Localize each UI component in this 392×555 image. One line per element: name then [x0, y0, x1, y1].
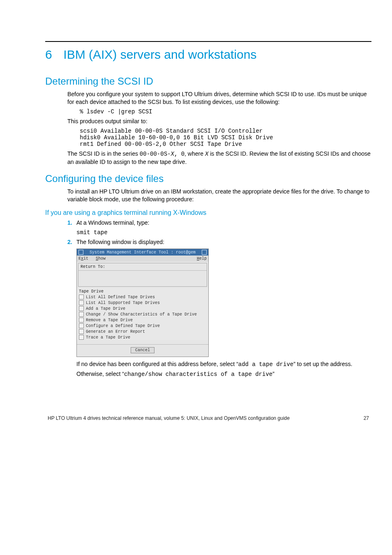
- smit-button-row: Cancel: [77, 344, 208, 357]
- window-menu-icon[interactable]: [78, 250, 83, 255]
- section-determining-scsi-id: Determining the SCSI ID: [45, 76, 371, 87]
- smit-item-5-label: Configure a Defined Tape Drive: [86, 324, 160, 328]
- s2-p1: To install an HP LTO Ultrium drive on an…: [67, 188, 371, 203]
- smit-item-4-label: Remove a Tape Drive: [86, 318, 133, 322]
- checkbox-icon: [79, 329, 84, 334]
- s3-after-c: Otherwise, select “: [76, 371, 124, 377]
- smit-spacer: [77, 340, 208, 344]
- s1-p1: Before you configure your system to supp…: [67, 90, 371, 106]
- s1-p3: The SCSI ID is in the series 00-00-0S-X,…: [67, 150, 371, 166]
- step-1-code: smit tape: [76, 229, 371, 236]
- smit-return-panel: Return To:: [78, 263, 207, 287]
- menu-show[interactable]: Show: [96, 256, 106, 261]
- smit-titlebar: System Management Interface Tool : root@…: [77, 249, 208, 256]
- smit-item-1-label: List All Supported Tape Drives: [86, 301, 160, 305]
- s3-after-d: ”: [272, 371, 274, 377]
- smit-return-blank: [78, 271, 207, 286]
- menu-exit[interactable]: Exit: [78, 256, 88, 261]
- page-footer: HP LTO Ultrium 4 drives technical refere…: [45, 415, 371, 421]
- s1-p3-code1: 00-00-0S-: [140, 151, 171, 157]
- s1-p3-b: , where: [184, 150, 205, 157]
- cancel-button[interactable]: Cancel: [131, 347, 154, 353]
- step-2-after-1: If no device has been configured at this…: [76, 360, 371, 368]
- menu-help[interactable]: Help: [197, 256, 207, 261]
- s1-code1: % lsdev -C |grep SCSI: [80, 108, 371, 115]
- checkbox-icon: [79, 312, 84, 317]
- step-2: 2. The following window is displayed:: [67, 238, 371, 246]
- s1-p3-code2: , 0: [174, 151, 184, 157]
- menu-left: Exit Show: [78, 256, 106, 261]
- smit-return-to: Return To:: [78, 263, 207, 271]
- smit-menubar: Exit Show Help: [77, 256, 208, 262]
- smit-item-0-label: List All Defined Tape Drives: [86, 295, 155, 299]
- chapter-number: 6: [45, 48, 60, 62]
- footer-left: HP LTO Ultrium 4 drives technical refere…: [48, 415, 290, 421]
- smit-item-5[interactable]: Configure a Defined Tape Drive: [77, 323, 208, 329]
- smit-item-7[interactable]: Trace a Tape Drive: [77, 334, 208, 340]
- s1-p3-x: X: [171, 151, 174, 157]
- s1-code2: scsi0 Available 00-00-0S Standard SCSI I…: [80, 128, 371, 147]
- smit-item-4[interactable]: Remove a Tape Drive: [77, 317, 208, 323]
- smit-item-6[interactable]: Generate an Error Report: [77, 329, 208, 334]
- checkbox-icon: [79, 318, 84, 322]
- smit-item-2[interactable]: Add a Tape Drive: [77, 306, 208, 311]
- s1-p2: This produces output similar to:: [67, 117, 371, 125]
- step-1: 1. At a Windows terminal, type:: [67, 219, 371, 227]
- step-2-after-2: Otherwise, select “change/show character…: [76, 370, 371, 378]
- checkbox-icon: [79, 323, 84, 328]
- checkbox-icon: [79, 300, 84, 305]
- chapter-title: 6 IBM (AIX) servers and workstations: [45, 48, 371, 62]
- subsection-xwindows: If you are using a graphics terminal run…: [45, 209, 371, 216]
- checkbox-icon: [79, 306, 84, 311]
- chapter-title-text: IBM (AIX) servers and workstations: [63, 48, 256, 61]
- smit-window: System Management Interface Tool : root@…: [76, 249, 209, 357]
- step-2-number: 2.: [67, 238, 72, 246]
- smit-heading: Tape Drive: [77, 288, 208, 294]
- smit-item-2-label: Add a Tape Drive: [86, 306, 125, 311]
- step-1-text: At a Windows terminal, type:: [76, 219, 149, 226]
- chapter-rule: [45, 41, 371, 42]
- smit-item-7-label: Trace a Tape Drive: [86, 335, 130, 340]
- s1-p3-a: The SCSI ID is in the series: [67, 150, 140, 157]
- smit-item-3[interactable]: Change / Show Characteristics of a Tape …: [77, 311, 208, 317]
- smit-title-text: System Management Interface Tool : root@…: [90, 250, 196, 255]
- s3-after-code2: change/show characteristics of a tape dr…: [124, 371, 272, 378]
- smit-item-0[interactable]: List All Defined Tape Drives: [77, 294, 208, 300]
- section-configuring-device-files: Configuring the device files: [45, 173, 371, 184]
- s3-after-a: If no device has been configured at this…: [76, 361, 238, 367]
- smit-item-1[interactable]: List All Supported Tape Drives: [77, 300, 208, 306]
- checkbox-icon: [79, 335, 84, 340]
- step-2-text: The following window is displayed:: [76, 239, 164, 245]
- footer-page: 27: [364, 415, 369, 421]
- s3-after-code1: add a tape drive: [238, 361, 293, 368]
- s3-after-b: ” to set up the address.: [293, 361, 352, 367]
- window-control-icon[interactable]: [202, 250, 207, 255]
- smit-item-6-label: Generate an Error Report: [86, 329, 145, 334]
- checkbox-icon: [79, 295, 84, 299]
- step-1-number: 1.: [67, 219, 72, 227]
- smit-item-3-label: Change / Show Characteristics of a Tape …: [86, 312, 197, 317]
